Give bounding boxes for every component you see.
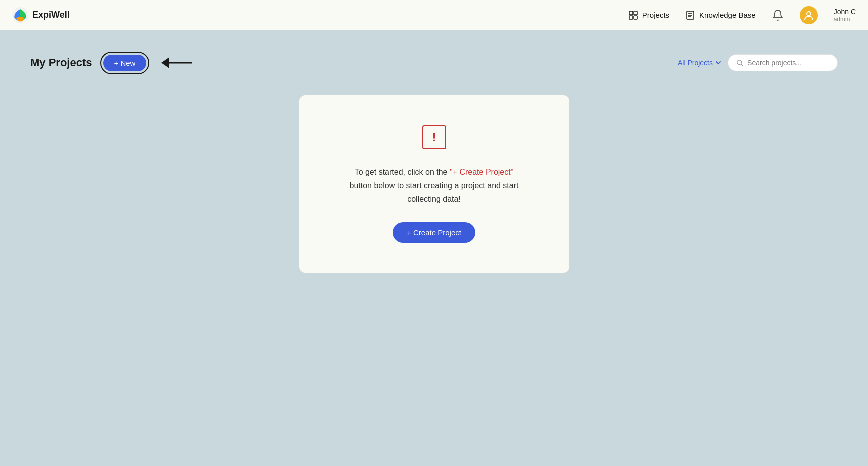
- knowledge-base-icon: [685, 10, 695, 20]
- svg-rect-4: [634, 16, 637, 19]
- nav-knowledge-base-label: Knowledge Base: [699, 11, 756, 19]
- page-header-left: My Projects + New: [30, 50, 197, 75]
- user-avatar[interactable]: [800, 6, 818, 24]
- logo-icon: [12, 7, 28, 23]
- empty-state-card: ! To get started, click on the "+ Create…: [299, 95, 569, 273]
- chevron-down-icon: [715, 59, 722, 66]
- app-name: ExpiWell: [32, 10, 70, 20]
- search-icon: [736, 59, 743, 67]
- svg-line-13: [741, 64, 743, 66]
- nav-projects-label: Projects: [642, 11, 669, 19]
- main-content: My Projects + New All Projects: [0, 30, 868, 293]
- user-avatar-icon: [803, 10, 814, 21]
- nav-knowledge-base[interactable]: Knowledge Base: [685, 10, 756, 20]
- page-header: My Projects + New All Projects: [30, 50, 838, 75]
- highlight-text: "+ Create Project": [450, 168, 513, 176]
- search-input[interactable]: [747, 59, 829, 67]
- new-button-wrapper: + New: [100, 52, 150, 74]
- svg-point-9: [807, 12, 811, 16]
- create-project-button[interactable]: + Create Project: [393, 222, 475, 243]
- all-projects-label: All Projects: [678, 59, 713, 67]
- notification-bell-icon[interactable]: [772, 9, 784, 21]
- page-title: My Projects: [30, 56, 92, 69]
- new-button[interactable]: + New: [103, 55, 147, 71]
- empty-state-text: To get started, click on the "+ Create P…: [350, 165, 519, 206]
- svg-rect-2: [634, 11, 637, 15]
- nav-projects[interactable]: Projects: [628, 10, 669, 20]
- user-info: John C admin: [834, 8, 856, 23]
- exclamation-icon: !: [422, 125, 446, 149]
- search-box[interactable]: [728, 54, 838, 71]
- projects-icon: [628, 10, 638, 20]
- page-header-right: All Projects: [678, 54, 838, 71]
- header: ExpiWell Projects Knowledge Base: [0, 0, 868, 30]
- svg-rect-3: [629, 16, 633, 19]
- user-name: John C: [834, 8, 856, 16]
- all-projects-dropdown[interactable]: All Projects: [678, 59, 722, 67]
- user-role: admin: [834, 16, 850, 23]
- header-nav: Projects Knowledge Base John C: [628, 6, 856, 24]
- arrow-icon: [157, 50, 197, 75]
- svg-rect-1: [629, 11, 633, 15]
- svg-marker-11: [161, 57, 169, 68]
- arrow-annotation: [157, 50, 197, 75]
- logo-area[interactable]: ExpiWell: [12, 7, 70, 23]
